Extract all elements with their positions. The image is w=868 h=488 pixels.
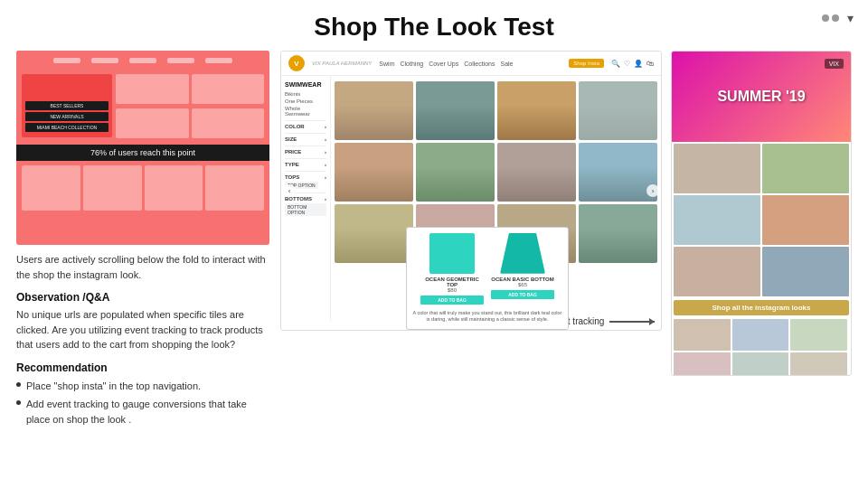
insta-bottom-item-6[interactable] <box>790 352 847 376</box>
shop-all-instagram-bar[interactable]: Shop all the instagram looks <box>674 300 849 315</box>
insta-grid-item-3[interactable] <box>674 195 760 245</box>
product-img-1[interactable] <box>335 81 413 140</box>
product-bottom-image <box>500 233 545 274</box>
insta-bottom-item-3[interactable] <box>790 319 847 351</box>
nav-item-5 <box>205 58 232 63</box>
shop-insta-button[interactable]: Shop Insta <box>569 59 604 68</box>
insta-brand-badge: VIX <box>825 59 844 69</box>
instagram-mock: SUMMER '19 VIX Shop all the instagram lo… <box>671 51 852 376</box>
mock-hero-img-2 <box>192 74 265 104</box>
product-img-3[interactable] <box>497 81 576 140</box>
product-img-6[interactable] <box>416 143 495 202</box>
bullet-item-2: Add event tracking to gauge conversions … <box>16 397 269 427</box>
mock-grid <box>16 163 269 213</box>
event-tracking-line <box>609 321 655 323</box>
swimwear-page-mock: V VIX PAULA HERMANNY Swim Clothing Cover… <box>280 51 662 331</box>
swimwear-nav: V VIX PAULA HERMANNY Swim Clothing Cover… <box>281 52 661 76</box>
sidebar-link-whole[interactable]: Whole Swimwear <box>285 106 326 117</box>
mock-hero-img-3 <box>116 108 189 138</box>
mock-hero: BEST SELLERS NEW ARRIVALS MIAMI BEACH CO… <box>16 70 269 143</box>
add-top-to-bag-button[interactable]: ADD TO BAG <box>420 296 484 305</box>
sidebar-link-bikinis[interactable]: Bikinis <box>285 91 326 97</box>
nav-item-2 <box>91 58 118 63</box>
popup-products: OCEAN GEOMETRIC TOP $80 ADD TO BAG OCEAN… <box>412 233 562 305</box>
nav-coverups[interactable]: Cover Ups <box>429 61 458 67</box>
grid-arrow-right[interactable]: › <box>646 184 659 197</box>
mock-hero-img-1 <box>116 74 189 104</box>
miami-badge: MIAMI BEACH COLLECTION <box>25 123 108 132</box>
filter-color[interactable]: COLOR › <box>285 120 326 129</box>
search-icon[interactable]: 🔍 <box>611 60 620 68</box>
insta-grid <box>672 142 851 298</box>
sidebar-link-onepieces[interactable]: One Pieces <box>285 99 326 104</box>
product-img-2[interactable] <box>416 81 495 140</box>
bullet-dot-1 <box>16 382 21 387</box>
mock-grid-item-2 <box>83 165 142 211</box>
insta-bottom-item-4[interactable] <box>674 352 731 376</box>
best-sellers-badge: BEST SELLERS <box>25 101 108 110</box>
observation-text: No unique urls are populated when specif… <box>16 307 269 352</box>
expand-icon[interactable] <box>822 12 842 24</box>
product-top-price: $80 <box>420 287 484 293</box>
mock-hero-left: BEST SELLERS NEW ARRIVALS MIAMI BEACH CO… <box>22 74 112 137</box>
recommendation-title: Recommendation <box>16 361 269 374</box>
bullet-text-1: Place "shop insta" in the top navigation… <box>26 379 201 394</box>
insta-bottom-grid <box>672 317 851 376</box>
mock-grid-item-4 <box>205 165 264 211</box>
insta-grid-item-2[interactable] <box>762 144 849 193</box>
filter-price[interactable]: PRICE › <box>285 145 326 155</box>
nav-item-3 <box>129 58 156 63</box>
mock-grid-item-3 <box>145 165 203 211</box>
insta-hero-image: SUMMER '19 VIX <box>672 52 851 142</box>
bag-icon[interactable]: 🛍 <box>646 60 654 68</box>
bullet-item-1: Place "shop insta" in the top navigation… <box>16 379 269 394</box>
filter-tops[interactable]: TOPS › <box>285 171 326 180</box>
product-top-name: OCEAN GEOMETRIC TOP <box>420 277 484 287</box>
observation-title: Observation /Q&A <box>16 291 269 304</box>
nav-item-4 <box>167 58 194 63</box>
product-img-5[interactable] <box>335 143 413 202</box>
heart-icon[interactable]: ♡ <box>624 60 630 68</box>
observation-section: Observation /Q&A No unique urls are popu… <box>16 291 269 352</box>
filter-type[interactable]: TYPE › <box>285 158 326 167</box>
brand-name: VIX PAULA HERMANNY <box>312 61 372 66</box>
insta-grid-item-5[interactable] <box>674 247 760 296</box>
popup-description: A color that will truly make you stand o… <box>412 310 562 324</box>
product-img-9[interactable] <box>335 204 413 263</box>
product-img-8[interactable] <box>579 143 657 202</box>
insta-bottom-item-5[interactable] <box>732 352 789 376</box>
event-tracking-popup: OCEAN GEOMETRIC TOP $80 ADD TO BAG OCEAN… <box>406 227 569 330</box>
product-img-7[interactable] <box>497 143 576 202</box>
bottoms-active-value[interactable]: BOTTOM OPTION <box>285 203 326 216</box>
mock-nav <box>16 51 269 70</box>
filter-size[interactable]: SIZE › <box>285 133 326 142</box>
add-bottom-to-bag-button[interactable]: ADD TO BAG <box>491 290 554 299</box>
product-img-4[interactable] <box>579 81 657 140</box>
popup-product-top: OCEAN GEOMETRIC TOP $80 ADD TO BAG <box>420 233 484 305</box>
nav-collections[interactable]: Collections <box>464 61 495 67</box>
insta-bottom-item-1[interactable] <box>674 319 731 351</box>
nav-sale[interactable]: Sale <box>501 61 514 67</box>
grid-row-2 <box>335 143 657 202</box>
description-text: Users are actively scrolling below the f… <box>16 252 269 282</box>
nav-icons: 🔍 ♡ 👤 🛍 <box>611 60 654 68</box>
window-controls: ▾ <box>822 11 854 25</box>
bullet-dot-2 <box>16 400 21 405</box>
product-img-12[interactable] <box>579 204 657 263</box>
insta-grid-item-1[interactable] <box>674 144 760 193</box>
insta-grid-item-4[interactable] <box>762 195 849 245</box>
swimwear-section-title: SWIMWEAR <box>285 81 326 88</box>
insta-bottom-item-2[interactable] <box>732 319 789 351</box>
insta-grid-item-6[interactable] <box>762 247 849 296</box>
mock-grid-item-1 <box>22 165 80 211</box>
user-icon[interactable]: 👤 <box>634 60 643 68</box>
left-panel: BEST SELLERS NEW ARRIVALS MIAMI BEACH CO… <box>16 51 269 466</box>
chevron-down-icon[interactable]: ▾ <box>847 11 854 25</box>
swimwear-nav-links: Swim Clothing Cover Ups Collections Sale <box>379 61 513 67</box>
nav-clothing[interactable]: Clothing <box>400 61 423 67</box>
nav-item-1 <box>53 58 80 63</box>
mock-hero-img-4 <box>192 108 265 138</box>
scroll-indicator: 76% of users reach this point <box>16 145 269 161</box>
bullet-text-2: Add event tracking to gauge conversions … <box>26 397 269 427</box>
nav-swim[interactable]: Swim <box>379 61 394 67</box>
